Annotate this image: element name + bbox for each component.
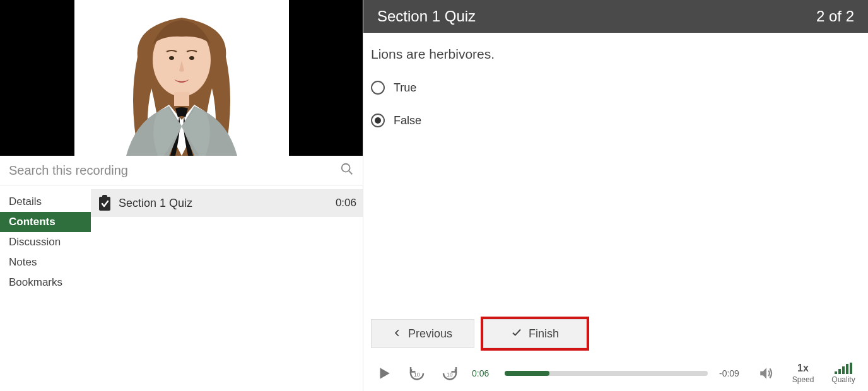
volume-button[interactable] (756, 363, 777, 384)
quality-label: Quality (831, 375, 855, 384)
progress-fill (505, 371, 549, 376)
speed-value: 1x (797, 363, 809, 374)
svg-rect-4 (174, 92, 189, 106)
sidebar-tabs: Details Contents Discussion Notes Bookma… (0, 185, 91, 391)
play-button[interactable] (373, 363, 395, 384)
svg-marker-12 (760, 368, 766, 378)
signal-bars-icon (835, 363, 852, 374)
radio-icon (371, 114, 385, 127)
rewind-10-button[interactable]: 10 (406, 363, 428, 384)
tab-bookmarks[interactable]: Bookmarks (0, 272, 91, 293)
quiz-icon (97, 194, 112, 212)
player-bar: 10 10 0:06 -0:09 (363, 356, 868, 391)
option-label: False (394, 114, 421, 127)
search-input[interactable] (9, 163, 340, 178)
forward-10-button[interactable]: 10 (439, 363, 460, 384)
chevron-left-icon (393, 327, 402, 341)
finish-button[interactable]: Finish (483, 319, 587, 348)
time-current: 0:06 (472, 368, 493, 378)
tab-details[interactable]: Details (0, 192, 91, 212)
previous-label: Previous (408, 327, 452, 341)
svg-line-6 (349, 171, 352, 174)
contents-item[interactable]: Section 1 Quiz 0:06 (91, 189, 363, 217)
contents-list: Section 1 Quiz 0:06 (91, 185, 363, 391)
tab-discussion[interactable]: Discussion (0, 232, 91, 252)
option-true[interactable]: True (371, 81, 850, 95)
contents-item-time: 0:06 (336, 197, 356, 209)
svg-rect-7 (99, 197, 110, 211)
quiz-title: Section 1 Quiz (377, 8, 476, 25)
finish-label: Finish (529, 327, 559, 341)
video-thumbnail[interactable] (0, 0, 363, 156)
svg-point-5 (342, 164, 350, 172)
progress-bar[interactable] (505, 371, 708, 376)
speed-label: Speed (792, 375, 814, 384)
search-icon[interactable] (340, 162, 354, 178)
quality-control[interactable]: Quality (829, 363, 858, 384)
contents-item-title: Section 1 Quiz (119, 197, 329, 210)
tab-contents[interactable]: Contents (0, 212, 91, 232)
svg-rect-8 (102, 195, 107, 199)
presenter-image (74, 0, 289, 156)
option-label: True (394, 81, 416, 95)
quiz-question: Lions are herbivores. (371, 47, 850, 62)
svg-point-3 (189, 56, 194, 60)
quiz-header: Section 1 Quiz 2 of 2 (363, 0, 868, 33)
speed-control[interactable]: 1x Speed (789, 363, 818, 384)
previous-button[interactable]: Previous (371, 319, 474, 348)
svg-marker-9 (380, 368, 390, 378)
svg-point-2 (169, 56, 174, 60)
time-remaining: -0:09 (719, 368, 744, 378)
option-false[interactable]: False (371, 114, 850, 127)
radio-icon (371, 81, 385, 95)
check-icon (511, 327, 522, 341)
svg-text:10: 10 (414, 371, 420, 378)
tab-notes[interactable]: Notes (0, 252, 91, 272)
quiz-progress: 2 of 2 (816, 8, 854, 25)
svg-text:10: 10 (447, 371, 453, 378)
